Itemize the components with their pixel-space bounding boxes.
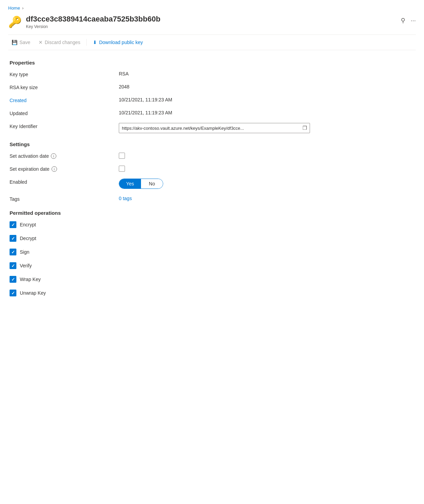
- prop-row-activation-date: Set activation date i: [10, 153, 414, 159]
- wrap-key-checkbox[interactable]: [10, 276, 16, 283]
- op-sign: Sign: [10, 249, 414, 255]
- expiration-date-info-icon[interactable]: i: [52, 166, 57, 172]
- op-decrypt: Decrypt: [10, 235, 414, 242]
- enabled-toggle[interactable]: Yes No: [119, 179, 163, 189]
- key-identifier-label: Key Identifier: [10, 123, 119, 129]
- updated-label: Updated: [10, 110, 119, 116]
- op-wrap-key: Wrap Key: [10, 276, 414, 283]
- prop-row-updated: Updated 10/21/2021, 11:19:23 AM: [10, 110, 414, 116]
- key-type-value: RSA: [119, 71, 414, 76]
- activation-date-info-icon[interactable]: i: [51, 153, 56, 159]
- page-subtitle: Key Version: [26, 24, 397, 29]
- unwrap-key-checkbox[interactable]: [10, 290, 16, 296]
- sign-label: Sign: [20, 249, 29, 255]
- discard-label: Discard changes: [45, 40, 80, 45]
- updated-value: 10/21/2021, 11:19:23 AM: [119, 110, 414, 115]
- key-type-label: Key type: [10, 71, 119, 77]
- prop-row-key-type: Key type RSA: [10, 71, 414, 77]
- prop-row-expiration-date: Set expiration date i: [10, 166, 414, 172]
- activation-date-label: Set activation date i: [10, 153, 119, 159]
- download-label: Download public key: [99, 40, 143, 45]
- tags-label: Tags: [10, 196, 119, 202]
- activation-date-checkbox[interactable]: [119, 153, 125, 159]
- prop-row-created: Created 10/21/2021, 11:19:23 AM: [10, 97, 414, 103]
- header-title-block: df3cce3c8389414caeaba7525b3bb60b Key Ver…: [26, 15, 397, 29]
- tags-value: 0 tags: [119, 196, 414, 201]
- unwrap-key-label: Unwrap Key: [20, 290, 46, 296]
- expiration-date-checkbox[interactable]: [119, 166, 125, 172]
- sign-checkbox[interactable]: [10, 249, 16, 255]
- download-public-key-button[interactable]: ⬇ Download public key: [89, 38, 146, 47]
- toggle-yes-button[interactable]: Yes: [119, 179, 141, 188]
- activation-date-checkbox-wrapper: [119, 153, 414, 159]
- decrypt-checkbox[interactable]: [10, 235, 16, 242]
- discard-button[interactable]: ✕ Discard changes: [35, 38, 84, 47]
- key-icon: 🔑: [8, 15, 22, 28]
- verify-label: Verify: [20, 263, 32, 268]
- more-options-icon[interactable]: ···: [411, 17, 416, 24]
- page-header: 🔑 df3cce3c8389414caeaba7525b3bb60b Key V…: [8, 15, 416, 29]
- prop-row-rsa-key-size: RSA key size 2048: [10, 84, 414, 90]
- breadcrumb-home[interactable]: Home: [8, 5, 20, 11]
- page-title: df3cce3c8389414caeaba7525b3bb60b: [26, 15, 397, 24]
- content-area: Properties Key type RSA RSA key size 204…: [8, 60, 416, 296]
- prop-row-tags: Tags 0 tags: [10, 196, 414, 202]
- save-icon: 💾: [12, 40, 17, 45]
- save-label: Save: [19, 40, 30, 45]
- breadcrumb: Home ›: [8, 5, 416, 11]
- expiration-date-checkbox-wrapper: [119, 166, 414, 172]
- permitted-operations-title: Permitted operations: [10, 210, 414, 216]
- properties-section-title: Properties: [10, 60, 414, 66]
- decrypt-label: Decrypt: [20, 236, 36, 241]
- enabled-toggle-wrapper: Yes No: [119, 179, 414, 189]
- header-actions: ⚲ ···: [401, 17, 416, 24]
- rsa-key-size-label: RSA key size: [10, 84, 119, 90]
- discard-icon: ✕: [39, 40, 43, 45]
- prop-row-key-identifier: Key Identifier https://akv-contoso.vault…: [10, 123, 414, 133]
- permitted-operations-list: Encrypt Decrypt Sign Verify Wrap Key Unw…: [10, 221, 414, 296]
- enabled-label: Enabled: [10, 179, 119, 185]
- rsa-key-size-value: 2048: [119, 84, 414, 89]
- created-label: Created: [10, 97, 119, 103]
- prop-row-enabled: Enabled Yes No: [10, 179, 414, 189]
- op-unwrap-key: Unwrap Key: [10, 290, 414, 296]
- verify-checkbox[interactable]: [10, 262, 16, 269]
- tags-link[interactable]: 0 tags: [119, 196, 132, 201]
- wrap-key-label: Wrap Key: [20, 277, 41, 282]
- encrypt-checkbox[interactable]: [10, 221, 16, 228]
- key-identifier-value: https://akv-contoso.vault.azure.net/keys…: [119, 123, 414, 133]
- toolbar-divider: [86, 39, 87, 46]
- created-value: 10/21/2021, 11:19:23 AM: [119, 97, 414, 102]
- encrypt-label: Encrypt: [20, 222, 36, 227]
- key-identifier-input: https://akv-contoso.vault.azure.net/keys…: [119, 123, 310, 133]
- key-identifier-text: https://akv-contoso.vault.azure.net/keys…: [122, 126, 300, 131]
- expiration-date-label: Set expiration date i: [10, 166, 119, 172]
- toggle-no-button[interactable]: No: [141, 179, 163, 188]
- pin-icon[interactable]: ⚲: [401, 17, 405, 24]
- settings-section-title: Settings: [10, 141, 414, 147]
- op-encrypt: Encrypt: [10, 221, 414, 228]
- toolbar: 💾 Save ✕ Discard changes ⬇ Download publ…: [8, 34, 416, 50]
- breadcrumb-separator: ›: [22, 5, 24, 11]
- download-icon: ⬇: [93, 40, 97, 45]
- copy-icon[interactable]: ❐: [302, 125, 307, 131]
- op-verify: Verify: [10, 262, 414, 269]
- save-button[interactable]: 💾 Save: [8, 38, 34, 47]
